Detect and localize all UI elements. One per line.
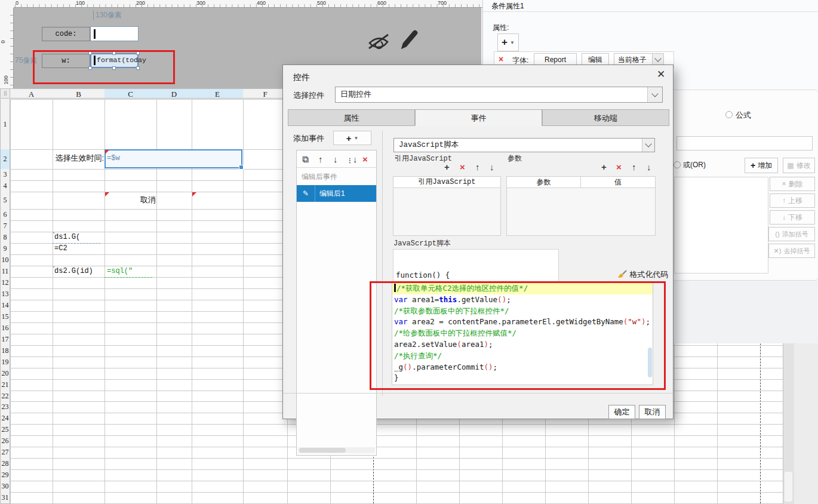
- selection-handle[interactable]: [136, 66, 140, 70]
- delete-ref-icon[interactable]: ×: [460, 162, 465, 173]
- formula-radio[interactable]: [725, 111, 733, 118]
- row-header-23[interactable]: 23: [0, 401, 10, 413]
- row-header-3[interactable]: 3: [0, 169, 10, 181]
- row-header-9[interactable]: 9: [0, 243, 10, 255]
- row-header-7[interactable]: 7: [0, 220, 10, 232]
- selection-handle[interactable]: [136, 51, 140, 55]
- horizontal-scrollbar[interactable]: [298, 447, 375, 453]
- grid-cell-C5[interactable]: 取消: [104, 195, 192, 205]
- row-header-22[interactable]: 22: [0, 391, 10, 402]
- row-header-28[interactable]: 28: [0, 458, 10, 470]
- row-header-25[interactable]: 25: [0, 424, 10, 436]
- grid-cell-B9[interactable]: =C2: [54, 244, 67, 253]
- remove-condition-icon[interactable]: ×: [499, 54, 503, 64]
- grid-cell-B11[interactable]: ds2.G(id): [54, 267, 93, 275]
- row-header-14[interactable]: 14: [0, 300, 10, 312]
- selected-cell-range[interactable]: [104, 149, 242, 168]
- tab-mobile[interactable]: 移动端: [542, 109, 669, 126]
- chevron-down-icon[interactable]: [642, 139, 654, 152]
- add-paren-button[interactable]: ()添加括号: [768, 227, 815, 241]
- scrollbar-thumb[interactable]: [785, 472, 792, 502]
- event-list[interactable]: ⧉ ↑ ↓ ⋮↓ × 编辑后事件 ✎ 编辑后1: [296, 150, 377, 456]
- selection-handle[interactable]: [88, 66, 92, 70]
- pencil-icon[interactable]: [395, 27, 420, 53]
- add-ref-icon[interactable]: +: [444, 162, 450, 173]
- row-header-10[interactable]: 10: [0, 254, 10, 266]
- row-header-12[interactable]: 12: [0, 277, 10, 289]
- param-up-icon[interactable]: ↑: [632, 162, 636, 173]
- column-header-F[interactable]: F: [243, 88, 288, 99]
- format-code-button[interactable]: 格式化代码: [617, 269, 668, 280]
- row-header-13[interactable]: 13: [0, 288, 10, 300]
- event-item-selected[interactable]: ✎ 编辑后1: [297, 185, 376, 202]
- eye-off-icon[interactable]: [367, 30, 390, 53]
- edit-pencil-icon[interactable]: ✎: [297, 185, 315, 202]
- code-scrollbar-thumb[interactable]: [648, 348, 652, 377]
- selection-handle[interactable]: [88, 51, 92, 55]
- ref-up-icon[interactable]: ↑: [475, 162, 480, 173]
- row-header-20[interactable]: 20: [0, 368, 10, 380]
- tab-events[interactable]: 事件: [415, 109, 542, 126]
- sort-icon[interactable]: ⋮↓: [347, 154, 358, 164]
- script-type-select[interactable]: JavaScript脚本: [393, 138, 655, 152]
- delete-param-icon[interactable]: ×: [616, 162, 622, 173]
- code-field-input[interactable]: [90, 26, 139, 41]
- add-condition-button[interactable]: + 增加: [745, 158, 778, 173]
- widget-type-select[interactable]: 日期控件: [335, 87, 663, 103]
- scrollbar-thumb[interactable]: [299, 448, 346, 453]
- row-header-16[interactable]: 16: [0, 322, 10, 334]
- column-header-B[interactable]: B: [53, 88, 105, 99]
- selection-handle[interactable]: [112, 66, 116, 70]
- add-event-button[interactable]: + ▼: [333, 131, 371, 145]
- column-header-E[interactable]: E: [192, 88, 244, 99]
- delete-event-icon[interactable]: ×: [362, 154, 368, 164]
- grid-cell-B2[interactable]: 选择生效时间:: [53, 153, 104, 164]
- panel-splitter[interactable]: [382, 131, 383, 396]
- fill-handle[interactable]: [239, 165, 244, 170]
- row-header-15[interactable]: 15: [0, 311, 10, 323]
- column-header-D[interactable]: D: [156, 88, 192, 99]
- row-header-31[interactable]: 31: [0, 492, 10, 504]
- row-header-30[interactable]: 30: [0, 481, 10, 493]
- column-header-C[interactable]: C: [104, 88, 157, 99]
- or-radio[interactable]: [674, 161, 681, 168]
- row-header-18[interactable]: 18: [0, 345, 10, 357]
- chevron-down-icon[interactable]: [647, 87, 662, 102]
- row-header-24[interactable]: 24: [0, 413, 10, 425]
- row-header-21[interactable]: 21: [0, 379, 10, 391]
- tab-properties[interactable]: 属性: [288, 109, 415, 126]
- row-header-17[interactable]: 17: [0, 334, 10, 346]
- row-header-5[interactable]: 5: [0, 192, 10, 210]
- row-header-19[interactable]: 19: [0, 357, 10, 368]
- column-header-A[interactable]: A: [10, 88, 53, 99]
- delete-condition-button[interactable]: ×删除: [770, 177, 815, 191]
- condition-list-box[interactable]: [674, 177, 768, 273]
- remove-paren-button[interactable]: ✕)去掉括号: [768, 244, 815, 258]
- chevron-down-icon[interactable]: [652, 54, 663, 66]
- move-up-icon[interactable]: ↑: [318, 154, 323, 164]
- add-attribute-button[interactable]: + ▼: [497, 33, 519, 51]
- modify-condition-button[interactable]: ▦ 修改: [783, 158, 815, 173]
- row-header-4[interactable]: 4: [0, 180, 10, 192]
- param-down-icon[interactable]: ↓: [647, 162, 651, 173]
- copy-icon[interactable]: ⧉: [302, 154, 309, 165]
- grid-cell-C2[interactable]: =$w: [107, 154, 120, 162]
- close-icon[interactable]: ✕: [654, 68, 668, 81]
- cancel-button[interactable]: 取消: [639, 405, 666, 419]
- row-header-2[interactable]: 2: [0, 149, 10, 170]
- row-header-26[interactable]: 26: [0, 435, 10, 447]
- add-param-icon[interactable]: +: [601, 162, 607, 173]
- grid-cell-B8[interactable]: ds1.G(: [54, 233, 80, 241]
- row-header-29[interactable]: 29: [0, 469, 10, 481]
- row-header-6[interactable]: 6: [0, 209, 10, 221]
- row-header-11[interactable]: 11: [0, 266, 10, 278]
- move-up-button[interactable]: ↑上移: [770, 193, 815, 208]
- js-code-editor[interactable]: /*获取单元格C2选择的地区控件的值*/var area1=this.getVa…: [392, 282, 653, 385]
- move-down-button[interactable]: ↓下移: [770, 210, 815, 225]
- selection-handle[interactable]: [112, 51, 116, 55]
- ok-button[interactable]: 确定: [608, 405, 635, 419]
- grid-corner[interactable]: ⣿: [0, 88, 10, 99]
- row-header-1[interactable]: 1: [0, 99, 10, 150]
- ref-js-table[interactable]: 引用JavaScript: [393, 176, 501, 236]
- grid-cell-C11[interactable]: =sql(": [107, 267, 133, 275]
